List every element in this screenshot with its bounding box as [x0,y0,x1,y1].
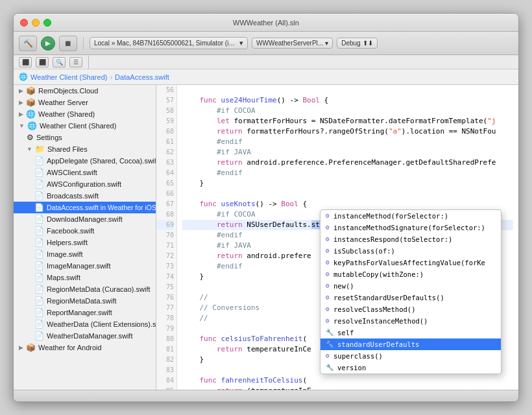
minimize-button[interactable] [32,19,40,27]
sidebar-item-label: Helpers.swift [47,239,88,246]
ac-prop-icon: 🔧 [326,339,333,350]
code-line-63: return android.preference.PreferenceMana… [182,158,513,168]
sidebar-item-label: RegionMetaData.swift [47,297,117,305]
ac-item-6[interactable]: ⚙ mutableCopy(withZone:) [320,268,501,280]
code-line-64: #endif [182,168,513,178]
sidebar-item-facebook[interactable]: 📄 Facebook.swift [14,225,156,237]
ln-77: 77 [156,303,174,313]
ac-item-self[interactable]: 🔧 self [320,327,501,338]
config-label: Debug [341,40,360,47]
ac-method-icon: ⚙ [326,211,330,221]
sidebar-item-image[interactable]: 📄 Image.swift [14,248,156,260]
breadcrumb-client[interactable]: Weather Client (Shared) [30,73,107,81]
breadcrumb-bar: 🌐 Weather Client (Shared) › DataAccess.s… [14,69,518,85]
editor-area: 56 57 58 59 60 61 62 63 64 65 66 67 68 6… [156,85,518,390]
ac-item-7[interactable]: ⚙ new() [320,280,501,292]
ln-71: 71 [156,241,174,251]
sidebar-item-regionmeta-curacao[interactable]: 📄 RegionMetaData (Curacao).swift [14,283,156,295]
ac-method-icon: ⚙ [326,269,330,279]
folder-icon: 📁 [35,145,45,154]
nav-btn-4[interactable]: ☰ [69,57,82,67]
ln-79: 79 [156,324,174,334]
run-button[interactable]: ▶ [41,36,55,51]
sidebar-item-downloadmanager[interactable]: 📄 DownloadManager.swift [14,213,156,225]
sidebar-item-label: AppDelegate (Shared, Cocoa).swift [47,157,156,165]
ac-item-superclass[interactable]: ⚙ superclass() [320,350,501,362]
nav-btn-2[interactable]: ⬛ [36,57,49,67]
sidebar-item-weather-server[interactable]: ▶ 📦 Weather Server [14,97,156,108]
sidebar-item-maps[interactable]: 📄 Maps.swift [14,272,156,283]
ac-item-2[interactable]: ⚙ instanceMethodSignature(forSelector:) [320,222,501,233]
ac-item-label: keyPathsForValuesAffectingValue(forKe [333,257,485,268]
code-editor[interactable]: func use24HourTime() -> Bool { #if COCOA… [177,85,518,390]
nav-btn-3[interactable]: 🔍 [53,57,66,67]
sidebar-item-label: RegionMetaData (Curacao).swift [47,285,151,293]
sidebar-item-label: Facebook.swift [47,227,94,235]
sidebar-item-awsconfig[interactable]: 📄 AWSConfiguration.swift [14,178,156,190]
sidebar-item-imagemanager[interactable]: 📄 ImageManager.swift [14,260,156,272]
ac-item-1[interactable]: ⚙ instanceMethod(forSelector:) [320,210,501,222]
sidebar-item-remobjects[interactable]: ▶ 📦 RemObjects.Cloud [14,85,156,97]
sidebar-item-weather-client[interactable]: ▼ 🌐 Weather Client (Shared) [14,120,156,132]
ac-item-4[interactable]: ⚙ isSubclass(of:) [320,245,501,257]
ac-method-icon: ⚙ [326,257,330,268]
line-numbers: 56 57 58 59 60 61 62 63 64 65 66 67 68 6… [156,85,177,390]
target-label: WWWeatherServerPl... [256,40,323,47]
sidebar-item-appdelegate[interactable]: 📄 AppDelegate (Shared, Cocoa).swift [14,155,156,167]
code-line-61: #endif [182,137,513,147]
ln-73: 73 [156,261,174,272]
ac-item-version[interactable]: 🔧 version [320,362,501,374]
breadcrumb-file[interactable]: DataAccess.swift [115,73,169,81]
sidebar-item-weather-android[interactable]: ▶ 📦 Weather for Android [14,342,156,353]
main-window: WWWeather (All).sln 🔨 ▶ ⏹ Local » Mac, 8… [13,13,519,402]
scheme-selector[interactable]: Local » Mac, 84B7N16505000621, Simulator… [90,37,248,49]
ac-item-5[interactable]: ⚙ keyPathsForValuesAffectingValue(forKe [320,257,501,268]
group-icon: 📦 [26,343,36,352]
config-selector[interactable]: Debug ⬆⬇ [337,38,377,49]
expand-arrow: ▼ [19,123,25,129]
window-title: WWWeather (All).sln [233,19,299,27]
sidebar-item-broadcasts[interactable]: 📄 Broadcasts.swift [14,190,156,202]
sidebar-item-awsclient[interactable]: 📄 AWSClient.swift [14,167,156,178]
ac-item-label: resetStandardUserDefaults() [333,292,444,303]
ln-60: 60 [156,126,174,137]
sidebar-item-shared-files[interactable]: ▼ 📁 Shared Files [14,143,156,155]
nav-btn-1[interactable]: ⬛ [19,57,32,67]
sidebar-item-weather-shared[interactable]: ▶ 🌐 Weather (Shared) [14,108,156,120]
toolbar: 🔨 ▶ ⏹ Local » Mac, 84B7N16505000621, Sim… [14,32,518,55]
sidebar-item-settings[interactable]: ⚙ Settings [14,132,156,143]
build-icon[interactable]: 🔨 [19,36,37,51]
expand-arrow: ▶ [19,88,23,94]
sidebar-item-dataaccess[interactable]: 📄 DataAccess.swift in Weather for iOS [14,202,156,213]
file-icon: 📄 [34,156,44,165]
sidebar-item-weatherdata-ext[interactable]: 📄 WeatherData (Client Extensions).swift [14,318,156,330]
bottom-bar [14,390,518,401]
ac-item-3[interactable]: ⚙ instancesRespond(toSelector:) [320,233,501,245]
sidebar-item-label: Settings [36,134,62,141]
sidebar-item-reportmanager[interactable]: 📄 ReportManager.swift [14,307,156,318]
sidebar-item-label: DataAccess.swift in Weather for iOS [47,204,156,211]
file-icon: 📄 [34,331,44,340]
ac-item-8[interactable]: ⚙ resetStandardUserDefaults() [320,292,501,303]
ac-item-label: resolveInstanceMethod() [333,316,428,326]
target-selector[interactable]: WWWeatherServerPl... ▾ [252,38,333,49]
sidebar-item-label: WeatherData (Client Extensions).swift [47,320,156,328]
file-icon: 📄 [34,238,44,247]
close-button[interactable] [20,19,28,27]
ac-item-std[interactable]: 🔧 standardUserDefaults [320,338,501,350]
group-icon: 🌐 [26,110,36,119]
sidebar-item-helpers[interactable]: 📄 Helpers.swift [14,237,156,248]
ac-item-10[interactable]: ⚙ resolveInstanceMethod() [320,315,501,327]
sidebar-item-weatherdatamanager[interactable]: 📄 WeatherDataManager.swift [14,330,156,342]
ln-74: 74 [156,272,174,282]
sidebar-item-label: AWSClient.swift [47,169,97,176]
file-icon: 📄 [34,215,44,224]
sidebar-item-regionmeta[interactable]: 📄 RegionMetaData.swift [14,295,156,307]
sidebar-item-label: AWSConfiguration.swift [47,180,121,188]
file-icon: 📄 [34,191,44,200]
mini-toolbar: ⬛ ⬛ 🔍 ☰ [14,55,518,69]
file-icon: 📄 [34,250,44,259]
ac-item-9[interactable]: ⚙ resolveClassMethod() [320,303,501,315]
stop-icon[interactable]: ⏹ [59,36,77,51]
maximize-button[interactable] [43,19,51,27]
